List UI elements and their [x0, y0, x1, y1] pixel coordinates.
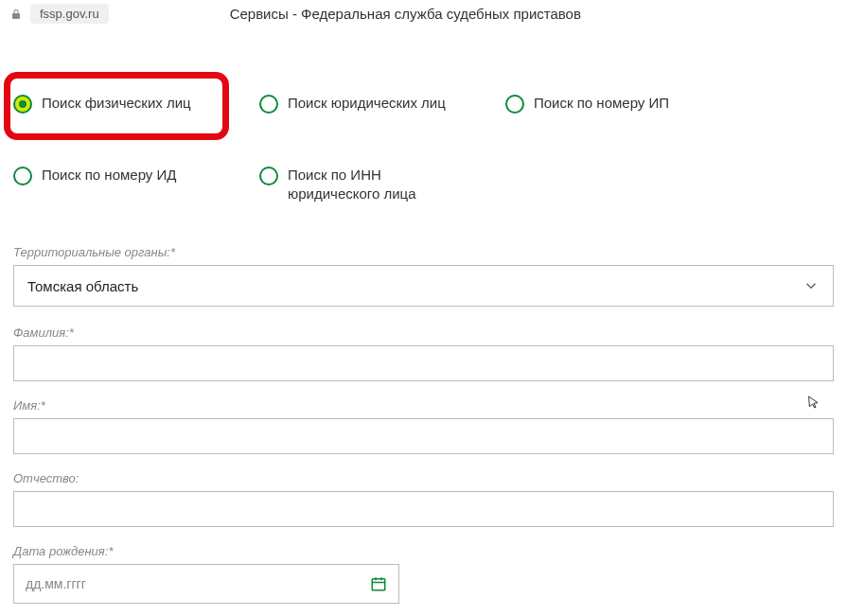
chevron-down-icon — [803, 277, 820, 294]
patronymic-input[interactable] — [14, 492, 833, 526]
territory-label: Территориальные органы:* — [13, 245, 834, 259]
birthdate-label: Дата рождения:* — [13, 544, 834, 558]
lastname-input-wrap — [13, 345, 834, 381]
radio-circle-icon — [13, 167, 32, 185]
patronymic-label: Отчество: — [13, 471, 834, 485]
svg-rect-0 — [372, 579, 385, 590]
birthdate-placeholder: дд.мм.гггг — [26, 576, 370, 591]
territory-value: Томская область — [27, 278, 803, 294]
radio-ip-number[interactable]: Поиск по номеру ИП — [505, 94, 751, 114]
url-domain[interactable]: fssp.gov.ru — [30, 4, 109, 24]
radio-individuals[interactable]: Поиск физических лиц — [13, 94, 259, 114]
firstname-input[interactable] — [14, 419, 833, 453]
url-bar: fssp.gov.ru Сервисы - Федеральная служба… — [0, 0, 847, 27]
search-form: Территориальные органы:* Томская область… — [13, 245, 834, 604]
search-type-radios: Поиск физических лиц Поиск юридических л… — [13, 94, 834, 202]
radio-label: Поиск по ИНН юридического лица — [288, 166, 477, 202]
birthdate-input[interactable]: дд.мм.гггг — [13, 564, 399, 604]
territory-select[interactable]: Томская область — [13, 265, 834, 307]
content: Поиск физических лиц Поиск юридических л… — [0, 27, 847, 613]
radio-circle-icon — [259, 95, 278, 114]
page-title: Сервисы - Федеральная служба судебных пр… — [230, 6, 581, 22]
cursor-icon — [806, 395, 823, 412]
calendar-icon — [370, 575, 387, 592]
radio-label: Поиск по номеру ИП — [534, 94, 669, 113]
radio-label: Поиск по номеру ИД — [42, 166, 176, 185]
radio-label: Поиск юридических лиц — [288, 94, 446, 113]
radio-circle-icon — [259, 167, 278, 185]
radio-legal-entities[interactable]: Поиск юридических лиц — [259, 94, 505, 114]
radio-inn-legal[interactable]: Поиск по ИНН юридического лица — [259, 166, 505, 202]
lastname-label: Фамилия:* — [13, 326, 834, 340]
radio-circle-icon — [505, 95, 524, 114]
lastname-input[interactable] — [14, 346, 833, 380]
patronymic-input-wrap — [13, 491, 834, 527]
lock-icon — [9, 8, 23, 21]
firstname-input-wrap — [13, 418, 834, 454]
radio-label: Поиск физических лиц — [42, 94, 191, 113]
radio-circle-icon — [13, 95, 32, 114]
firstname-label: Имя:* — [13, 398, 834, 413]
radio-id-number[interactable]: Поиск по номеру ИД — [13, 166, 259, 202]
